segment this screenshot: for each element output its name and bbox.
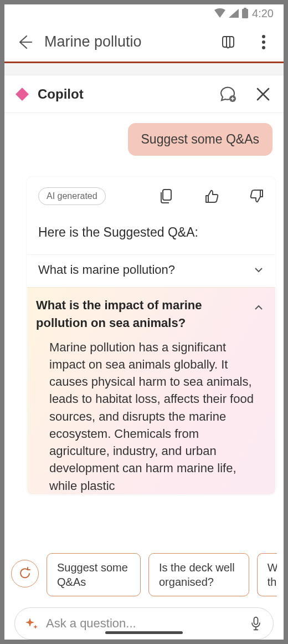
qa-item-expanded: What is the impact of marine pollution o… — [27, 287, 275, 494]
thumbs-up-icon — [204, 189, 219, 203]
chat-plus-icon — [219, 85, 236, 103]
regenerate-button[interactable] — [11, 560, 39, 587]
input-placeholder: Ask a question... — [46, 616, 241, 631]
suggestion-label: W th — [268, 560, 277, 589]
cell-signal-icon — [228, 8, 239, 18]
svg-rect-0 — [242, 9, 248, 18]
copilot-panel-header: Copilot — [4, 75, 284, 113]
chevron-up-icon — [253, 302, 264, 313]
svg-rect-1 — [244, 8, 246, 9]
app-header: Marine pollutio — [4, 22, 284, 63]
document-title[interactable]: Marine pollutio — [44, 33, 208, 50]
home-indicator[interactable] — [105, 631, 183, 634]
close-icon — [256, 87, 270, 101]
status-time: 4:20 — [252, 7, 274, 20]
kebab-icon — [261, 34, 266, 50]
response-actions — [159, 189, 264, 203]
response-toolbar: AI generated — [27, 177, 275, 217]
copilot-title: Copilot — [38, 86, 210, 102]
suggestion-label: Suggest some Q&As — [57, 560, 130, 589]
svg-point-3 — [262, 40, 265, 44]
chat-input[interactable]: Ask a question... — [14, 607, 274, 640]
suggestion-chip-2[interactable]: Is the deck well organised? — [148, 553, 249, 596]
chat-area: Suggest some Q&As AI generated Here is t… — [4, 113, 284, 544]
suggestion-label: Is the deck well organised? — [159, 560, 239, 589]
status-icons — [214, 8, 249, 19]
copilot-header-button[interactable] — [218, 32, 238, 52]
svg-point-4 — [262, 46, 265, 49]
copy-icon — [160, 189, 173, 203]
status-bar: 4:20 — [4, 4, 284, 22]
microphone-icon[interactable] — [249, 616, 263, 631]
thumbs-up-button[interactable] — [204, 189, 219, 203]
qa-question-expanded: What is the impact of marine pollution o… — [36, 297, 235, 332]
battery-icon — [241, 8, 249, 19]
suggestion-chip-3[interactable]: W th — [257, 553, 277, 596]
copilot-logo-icon — [14, 86, 30, 102]
copilot-response-card: AI generated Here is the Suggested Q&A: … — [27, 177, 276, 495]
app-root: 4:20 Marine pollutio Copilot — [0, 0, 288, 644]
arrow-left-icon — [16, 34, 33, 50]
qa-answer: Marine pollution has a significant impac… — [36, 332, 264, 494]
copilot-outline-icon — [220, 34, 236, 50]
thumbs-down-button[interactable] — [250, 189, 264, 203]
sparkle-icon — [25, 617, 38, 630]
user-message[interactable]: Suggest some Q&As — [128, 123, 273, 156]
divider-strip — [4, 63, 284, 75]
qa-expanded-header[interactable]: What is the impact of marine pollution o… — [36, 297, 264, 332]
thumbs-down-icon — [250, 189, 264, 203]
ai-generated-badge: AI generated — [38, 187, 106, 205]
back-button[interactable] — [14, 32, 34, 52]
copy-button[interactable] — [159, 189, 173, 203]
bottom-panel: Suggest some Q&As Is the deck well organ… — [4, 544, 284, 640]
response-heading: Here is the Suggested Q&A: — [27, 217, 275, 254]
new-chat-button[interactable] — [218, 85, 237, 104]
refresh-icon — [18, 566, 32, 581]
close-button[interactable] — [254, 85, 272, 104]
chevron-down-icon — [253, 264, 264, 275]
svg-rect-6 — [163, 190, 171, 200]
svg-rect-7 — [254, 617, 258, 625]
suggestion-chip-1[interactable]: Suggest some Q&As — [47, 553, 141, 596]
suggestion-row: Suggest some Q&As Is the deck well organ… — [11, 553, 277, 596]
qa-question: What is marine pollution? — [38, 263, 175, 277]
svg-point-2 — [262, 35, 265, 38]
more-menu-button[interactable] — [254, 32, 274, 52]
wifi-icon — [214, 8, 226, 18]
qa-item-collapsed[interactable]: What is marine pollution? — [27, 254, 275, 287]
